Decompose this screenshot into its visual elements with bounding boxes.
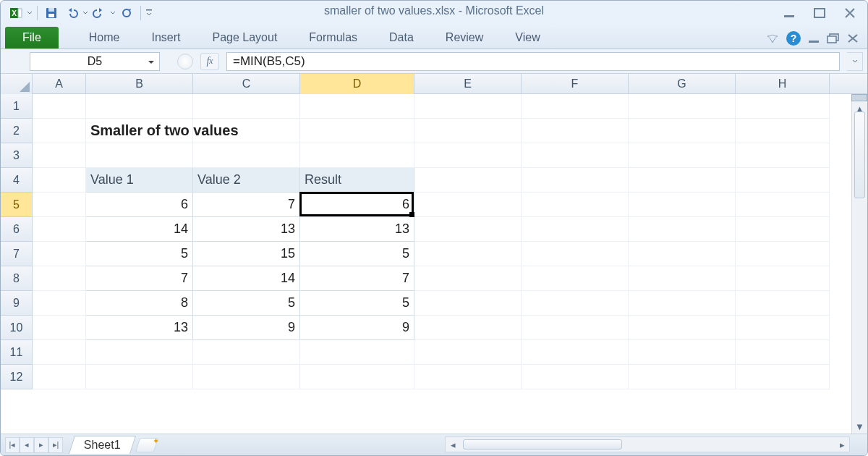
cell-F5[interactable] [522, 193, 629, 217]
row-header[interactable]: 8 [1, 266, 33, 291]
cell-F7[interactable] [522, 242, 629, 266]
cell-D7[interactable]: 5 [300, 242, 414, 266]
cell-G3[interactable] [629, 143, 736, 168]
cell-A3[interactable] [33, 143, 86, 168]
cell-D8[interactable]: 7 [300, 266, 414, 291]
cell-F3[interactable] [522, 143, 629, 168]
cell-D10[interactable]: 9 [300, 316, 414, 340]
cell-F2[interactable] [522, 119, 629, 143]
cell-C6[interactable]: 13 [193, 217, 300, 242]
column-header-H[interactable]: H [736, 74, 830, 94]
cell-B6[interactable]: 14 [86, 217, 193, 242]
maximize-icon[interactable] [812, 6, 827, 20]
cell-F9[interactable] [522, 291, 629, 316]
cell-D2[interactable] [300, 119, 414, 143]
undo-menu-arrow[interactable] [82, 10, 88, 16]
split-handle-top[interactable] [851, 94, 867, 101]
qat-customize-arrow[interactable] [145, 8, 153, 18]
cell-F11[interactable] [522, 340, 629, 365]
cell-D4[interactable]: Result [300, 168, 414, 193]
vertical-scrollbar[interactable]: ▲ ▼ [851, 94, 867, 434]
mdi-restore-icon[interactable] [827, 33, 840, 43]
cell-H10[interactable] [736, 316, 830, 340]
grid-body[interactable]: 12Smaller of two values34Value 1Value 2R… [1, 94, 867, 434]
cell-E8[interactable] [414, 266, 522, 291]
cell-H8[interactable] [736, 266, 830, 291]
row-header[interactable]: 12 [1, 365, 33, 389]
cell-A2[interactable] [33, 119, 86, 143]
sheet-nav-prev-icon[interactable]: ◂ [20, 437, 34, 453]
redo-menu-arrow[interactable] [110, 10, 116, 16]
cell-G11[interactable] [629, 340, 736, 365]
cell-C4[interactable]: Value 2 [193, 168, 300, 193]
cell-D9[interactable]: 5 [300, 291, 414, 316]
cell-E11[interactable] [414, 340, 522, 365]
cell-A5[interactable] [33, 193, 86, 217]
cell-E12[interactable] [414, 365, 522, 389]
cell-E1[interactable] [414, 94, 522, 119]
column-header-B[interactable]: B [86, 74, 193, 94]
cell-C11[interactable] [193, 340, 300, 365]
cell-B4[interactable]: Value 1 [86, 168, 193, 193]
cell-G2[interactable] [629, 119, 736, 143]
cell-C5[interactable]: 7 [193, 193, 300, 217]
cell-H7[interactable] [736, 242, 830, 266]
cell-A9[interactable] [33, 291, 86, 316]
row-header[interactable]: 10 [1, 316, 33, 340]
cell-G6[interactable] [629, 217, 736, 242]
cell-B3[interactable] [86, 143, 193, 168]
cell-C1[interactable] [193, 94, 300, 119]
sheet-tab[interactable]: Sheet1 [69, 436, 136, 454]
cell-C8[interactable]: 14 [193, 266, 300, 291]
row-header[interactable]: 2 [1, 119, 33, 143]
row-header[interactable]: 7 [1, 242, 33, 266]
cell-C12[interactable] [193, 365, 300, 389]
cell-H2[interactable] [736, 119, 830, 143]
help-icon[interactable]: ? [786, 31, 801, 46]
cell-D6[interactable]: 13 [300, 217, 414, 242]
cell-E5[interactable] [414, 193, 522, 217]
name-box[interactable]: D5 [30, 52, 160, 71]
cell-G1[interactable] [629, 94, 736, 119]
excel-icon[interactable]: X [7, 4, 25, 22]
cell-D3[interactable] [300, 143, 414, 168]
fx-button[interactable]: fx [200, 53, 219, 70]
cell-A7[interactable] [33, 242, 86, 266]
cell-G8[interactable] [629, 266, 736, 291]
cell-H9[interactable] [736, 291, 830, 316]
cell-A10[interactable] [33, 316, 86, 340]
cell-A4[interactable] [33, 168, 86, 193]
select-all-corner[interactable] [1, 74, 33, 94]
cell-F10[interactable] [522, 316, 629, 340]
sheet-nav-last-icon[interactable]: ▸| [48, 437, 63, 453]
cell-F4[interactable] [522, 168, 629, 193]
cell-B11[interactable] [86, 340, 193, 365]
ribbon-minimize-icon[interactable] [766, 33, 779, 43]
cancel-formula-icon[interactable] [177, 54, 193, 69]
tab-formulas[interactable]: Formulas [293, 27, 373, 48]
redo-button[interactable] [90, 4, 109, 22]
cell-E10[interactable] [414, 316, 522, 340]
scroll-right-icon[interactable]: ▸ [835, 437, 849, 452]
cell-F8[interactable] [522, 266, 629, 291]
column-header-E[interactable]: E [414, 74, 522, 94]
cell-E2[interactable] [414, 119, 522, 143]
cell-B1[interactable] [86, 94, 193, 119]
cell-E9[interactable] [414, 291, 522, 316]
cell-B8[interactable]: 7 [86, 266, 193, 291]
new-sheet-button[interactable]: ✦ [135, 438, 158, 452]
cell-E6[interactable] [414, 217, 522, 242]
cell-C3[interactable] [193, 143, 300, 168]
cell-H3[interactable] [736, 143, 830, 168]
cell-G12[interactable] [629, 365, 736, 389]
cell-B9[interactable]: 8 [86, 291, 193, 316]
cell-A12[interactable] [33, 365, 86, 389]
column-header-G[interactable]: G [629, 74, 736, 94]
cell-E7[interactable] [414, 242, 522, 266]
row-header[interactable]: 3 [1, 143, 33, 168]
cell-E4[interactable] [414, 168, 522, 193]
column-header-A[interactable]: A [33, 74, 86, 94]
vscroll-thumb[interactable] [854, 111, 865, 198]
tab-review[interactable]: Review [430, 27, 499, 48]
cell-D1[interactable] [300, 94, 414, 119]
